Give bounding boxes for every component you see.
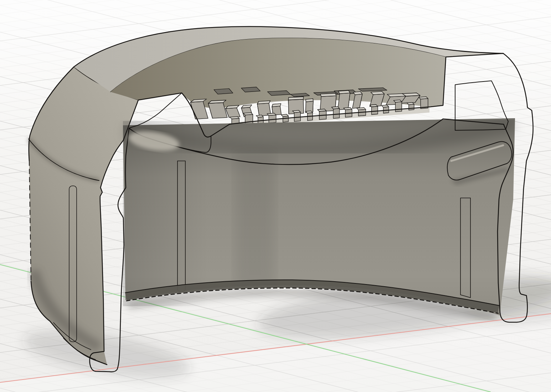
viewport-canvas[interactable] xyxy=(0,0,551,392)
interior-soft-band xyxy=(235,153,274,288)
cad-viewport[interactable] xyxy=(0,0,551,392)
